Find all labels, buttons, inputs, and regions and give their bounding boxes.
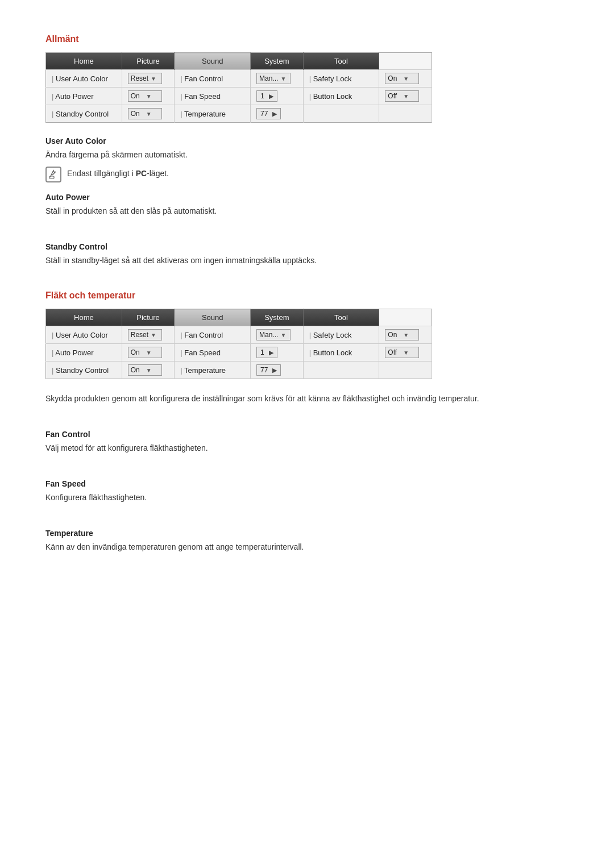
- note-icon: [45, 167, 61, 182]
- note-text: Endast tillgängligt i PC-läget.: [67, 167, 169, 178]
- s2-row2-col1-value[interactable]: On▼: [122, 344, 175, 362]
- auto-power-desc: Ställ in produkten så att den slås på au…: [45, 205, 569, 217]
- menu-table-2: Home Picture Sound System Tool User Auto…: [45, 309, 432, 379]
- tab-picture-1[interactable]: Picture: [122, 53, 175, 70]
- table-row: Standby Control On▼ Temperature 77▶: [46, 362, 432, 379]
- section-allmaent: Allmänt Home Picture Sound System Tool U…: [45, 34, 569, 267]
- row2-col2-label: Fan Speed: [175, 88, 251, 105]
- tab-sound-2[interactable]: Sound: [175, 309, 251, 326]
- row1-col2-label: Fan Control: [175, 70, 251, 88]
- fan-control-desc: Välj metod för att konfigurera fläkthast…: [45, 442, 569, 454]
- s2-row1-col3-label: Safety Lock: [303, 326, 379, 344]
- tab-tool-1[interactable]: Tool: [303, 53, 379, 70]
- row3-col3-empty: [303, 105, 379, 123]
- section-flakt: Fläkt och temperatur Home Picture Sound …: [45, 290, 569, 553]
- row2-col3-value[interactable]: Off▼: [379, 88, 432, 105]
- row3-col1-label: Standby Control: [46, 105, 122, 123]
- row3-col2-label: Temperature: [175, 105, 251, 123]
- standby-control-desc: Ställ in standby-läget så att det aktive…: [45, 255, 569, 267]
- row1-col1-label: User Auto Color: [46, 70, 122, 88]
- section2-title: Fläkt och temperatur: [45, 290, 569, 301]
- tab-system-2[interactable]: System: [251, 309, 304, 326]
- table-row: User Auto Color Reset▼ Fan Control Man..…: [46, 326, 432, 344]
- user-auto-color-desc: Ändra färgerna på skärmen automatiskt.: [45, 149, 569, 161]
- s2-row2-col3-value[interactable]: Off▼: [379, 344, 432, 362]
- section1-title: Allmänt: [45, 34, 569, 44]
- auto-power-heading: Auto Power: [45, 193, 569, 202]
- menu-table-1: Home Picture Sound System Tool User Auto…: [45, 52, 432, 123]
- row1-col3-label: Safety Lock: [303, 70, 379, 88]
- user-auto-color-heading: User Auto Color: [45, 136, 569, 146]
- table-row: Auto Power On▼ Fan Speed 1▶ Button Lock …: [46, 88, 432, 105]
- s2-row1-col2-label: Fan Control: [175, 326, 251, 344]
- s2-row2-col1-label: Auto Power: [46, 344, 122, 362]
- s2-row1-col1-label: User Auto Color: [46, 326, 122, 344]
- row2-col2-value[interactable]: 1▶: [251, 88, 304, 105]
- s2-row1-col1-value[interactable]: Reset▼: [122, 326, 175, 344]
- row2-col1-label: Auto Power: [46, 88, 122, 105]
- fan-speed-desc: Konfigurera fläkthastigheten.: [45, 492, 569, 504]
- s2-row3-col1-label: Standby Control: [46, 362, 122, 379]
- tab-picture-2[interactable]: Picture: [122, 309, 175, 326]
- row3-col2-value[interactable]: 77▶: [251, 105, 304, 123]
- s2-row2-col2-label: Fan Speed: [175, 344, 251, 362]
- tab-home-2[interactable]: Home: [46, 309, 122, 326]
- row2-col3-label: Button Lock: [303, 88, 379, 105]
- temperature-desc: Känn av den invändiga temperaturen genom…: [45, 541, 569, 553]
- tab-sound-1[interactable]: Sound: [175, 53, 251, 70]
- tab-system-1[interactable]: System: [251, 53, 304, 70]
- s2-row3-col1-value[interactable]: On▼: [122, 362, 175, 379]
- standby-control-heading: Standby Control: [45, 242, 569, 251]
- tab-tool-2[interactable]: Tool: [303, 309, 379, 326]
- note-row: Endast tillgängligt i PC-läget.: [45, 167, 569, 182]
- row1-col2-value[interactable]: Man...▼: [251, 70, 304, 88]
- s2-row3-col2-value[interactable]: 77▶: [251, 362, 304, 379]
- s2-row3-col2-label: Temperature: [175, 362, 251, 379]
- table-row: Standby Control On▼ Temperature 77▶: [46, 105, 432, 123]
- row3-col1-value[interactable]: On▼: [122, 105, 175, 123]
- s2-row3-col3-empty2: [379, 362, 432, 379]
- s2-row1-col2-value[interactable]: Man...▼: [251, 326, 304, 344]
- section2-intro: Skydda produkten genom att konfigurera d…: [45, 393, 569, 405]
- table-row: Auto Power On▼ Fan Speed 1▶ Button Lock …: [46, 344, 432, 362]
- row2-col1-value[interactable]: On▼: [122, 88, 175, 105]
- fan-speed-heading: Fan Speed: [45, 479, 569, 488]
- row1-col1-value[interactable]: Reset▼: [122, 70, 175, 88]
- temperature-heading: Temperature: [45, 529, 569, 538]
- s2-row2-col3-label: Button Lock: [303, 344, 379, 362]
- row1-col3-value[interactable]: On▼: [379, 70, 432, 88]
- s2-row1-col3-value[interactable]: On▼: [379, 326, 432, 344]
- row3-col3-empty2: [379, 105, 432, 123]
- tab-home-1[interactable]: Home: [46, 53, 122, 70]
- table-row: User Auto Color Reset▼ Fan Control Man..…: [46, 70, 432, 88]
- s2-row2-col2-value[interactable]: 1▶: [251, 344, 304, 362]
- s2-row3-col3-empty: [303, 362, 379, 379]
- fan-control-heading: Fan Control: [45, 430, 569, 439]
